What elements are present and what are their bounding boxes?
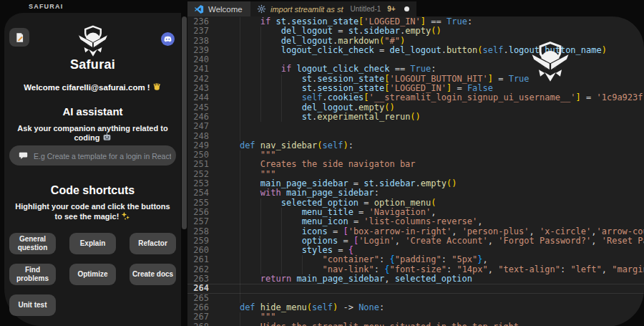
line-number: 260 [187, 246, 209, 255]
code-line[interactable]: 251 Creates the side navigaton bar [187, 160, 644, 169]
code-line[interactable]: 248 [187, 132, 644, 141]
line-number: 254 [187, 188, 209, 198]
code-line[interactable]: 245 del_logout.empty() [187, 103, 644, 112]
prompt-input-wrapper [9, 145, 176, 166]
sidebar-scrollbar-thumb[interactable] [182, 16, 187, 229]
shortcut-button-create-docs[interactable]: Create docs [130, 264, 176, 285]
line-number: 259 [187, 236, 209, 246]
shortcut-button-unit-test[interactable]: Unit test [9, 294, 56, 316]
line-number: 258 [187, 227, 209, 236]
line-number: 236 [187, 17, 209, 27]
line-number: 252 [187, 170, 209, 179]
code-line[interactable]: 244 self.cookies['__streamlit_login_sign… [187, 93, 644, 102]
code-line[interactable]: 252 """ [187, 170, 644, 179]
tab-welcome[interactable]: Welcome [187, 1, 253, 16]
doc-pencil-icon [14, 32, 25, 43]
code-line[interactable]: 247 [187, 122, 644, 131]
line-number: 265 [187, 294, 209, 303]
code-line[interactable]: 239 logout_click_check = del_logout.butt… [187, 46, 644, 55]
line-number: 264 [187, 284, 209, 293]
safurai-watermark-icon [526, 40, 575, 85]
line-number: 267 [187, 312, 209, 322]
code-line[interactable]: 254 with main_page_sidebar: [187, 188, 644, 198]
line-number: 251 [187, 160, 209, 169]
code-line[interactable]: 261 "container": {"padding": "5px"}, [187, 255, 644, 264]
code-line[interactable]: 262 "nav-link": {"font-size": "14px", "t… [187, 265, 644, 274]
code-line[interactable]: 268 Hides the streamlit menu situated in… [187, 322, 644, 326]
shortcut-buttons-grid: General question Explain Refactor Find p… [9, 233, 176, 316]
code-editor: 236 if st.session_state['LOGGED_IN'] == … [187, 16, 644, 326]
tab-untitled-1[interactable]: import streamlit as st Untitled-1 9+ [250, 1, 416, 16]
code-line[interactable]: 264 [187, 284, 644, 293]
line-number: 244 [187, 93, 209, 102]
discord-button[interactable] [161, 32, 175, 46]
line-number: 263 [187, 274, 209, 284]
line-number: 241 [187, 64, 209, 74]
code-shortcuts-heading: Code shortcuts [4, 184, 181, 197]
code-line[interactable]: 255 selected_option = option_menu( [187, 198, 644, 208]
shortcut-button-explain[interactable]: Explain [69, 233, 116, 254]
code-line[interactable]: 258 icons = ['box-arrow-in-right', 'pers… [187, 227, 644, 236]
code-line[interactable]: 267 """ [187, 312, 644, 322]
line-number: 255 [187, 198, 209, 208]
line-number: 262 [187, 265, 209, 274]
code-line[interactable]: 253 main_page_sidebar = st.sidebar.empty… [187, 179, 644, 188]
tab-file-name: Untitled-1 [350, 5, 381, 13]
code-line[interactable]: 257 menu_icon = 'list-columns-reverse', [187, 217, 644, 226]
shortcut-button-find-problems[interactable]: Find problems [9, 264, 56, 285]
code-line[interactable]: 241 if logout_click_check == True: [187, 64, 644, 74]
shortcut-button-optimize[interactable]: Optimize [69, 264, 116, 285]
line-number: 266 [187, 303, 209, 312]
code-line[interactable]: 256 menu_title = 'Navigation', [187, 208, 644, 217]
code-line[interactable]: 240 [187, 55, 644, 64]
new-document-button[interactable] [9, 28, 29, 47]
shortcut-button-general-question[interactable]: General question [9, 233, 56, 254]
speech-bubble-icon [19, 151, 28, 160]
line-number: 250 [187, 150, 209, 160]
code-line[interactable]: 246 st.experimental_rerun() [187, 112, 644, 122]
waving-hand-icon [152, 82, 162, 92]
code-line[interactable]: 249 def nav_sidebar(self): [187, 141, 644, 150]
line-number: 247 [187, 122, 209, 131]
code-line[interactable]: 242 st.session_state['LOGOUT_BUTTON_HIT'… [187, 75, 644, 84]
line-number: 243 [187, 84, 209, 93]
line-number: 240 [187, 55, 209, 64]
prompt-input[interactable] [32, 145, 172, 167]
code-line[interactable]: 243 st.session_state['LOGGED_IN'] = Fals… [187, 84, 644, 93]
sidebar-title: Safurai [4, 57, 181, 72]
vscode-logo-icon [194, 4, 204, 14]
welcome-text: Welcome cifarelli@safurai.com ! [4, 82, 181, 92]
code-lines: 236 if st.session_state['LOGGED_IN'] == … [187, 17, 644, 326]
ai-assistant-subtitle: Ask your companion anything related to c… [4, 124, 181, 142]
line-number: 238 [187, 37, 209, 46]
gear-icon [257, 4, 266, 14]
code-line[interactable]: 238 del_logout.markdown("#") [187, 37, 644, 46]
tab-welcome-label: Welcome [208, 5, 243, 14]
code-line[interactable]: 259 options = ['Login', 'Create Account'… [187, 236, 644, 246]
sparkles-icon [121, 211, 130, 221]
code-line[interactable]: 237 del_logout = st.sidebar.empty() [187, 27, 644, 36]
code-line[interactable]: 263 return main_page_sidebar, selected_o… [187, 274, 644, 284]
safurai-sidebar: Safurai Welcome cifarelli@safurai.com ! … [4, 13, 181, 326]
line-number: 246 [187, 112, 209, 122]
line-number: 239 [187, 46, 209, 55]
code-line[interactable]: 236 if st.session_state['LOGGED_IN'] == … [187, 17, 644, 27]
tab-problems-badge: 9+ [387, 5, 395, 13]
ai-assistant-heading: AI assistant [4, 105, 181, 118]
code-line[interactable]: 260 styles = { [187, 246, 644, 255]
shortcut-button-refactor[interactable]: Refactor [130, 233, 176, 254]
line-number: 237 [187, 27, 209, 36]
app-window: SAFURAI 236 if st.session_state['LOGGED_… [0, 0, 644, 326]
robot-icon [102, 133, 112, 142]
line-number: 249 [187, 141, 209, 150]
line-number: 245 [187, 103, 209, 112]
line-number: 256 [187, 208, 209, 217]
line-number: 242 [187, 75, 209, 84]
code-line[interactable]: 250 """ [187, 150, 644, 160]
line-number: 253 [187, 179, 209, 188]
code-line[interactable]: 266 def hide_menu(self) -> None: [187, 303, 644, 312]
code-line[interactable]: 265 [187, 294, 644, 303]
safurai-logo-icon [76, 24, 110, 59]
code-shortcuts-subtitle: Highlight your code and click the button… [12, 201, 173, 222]
modified-indicator-dot [404, 6, 409, 11]
